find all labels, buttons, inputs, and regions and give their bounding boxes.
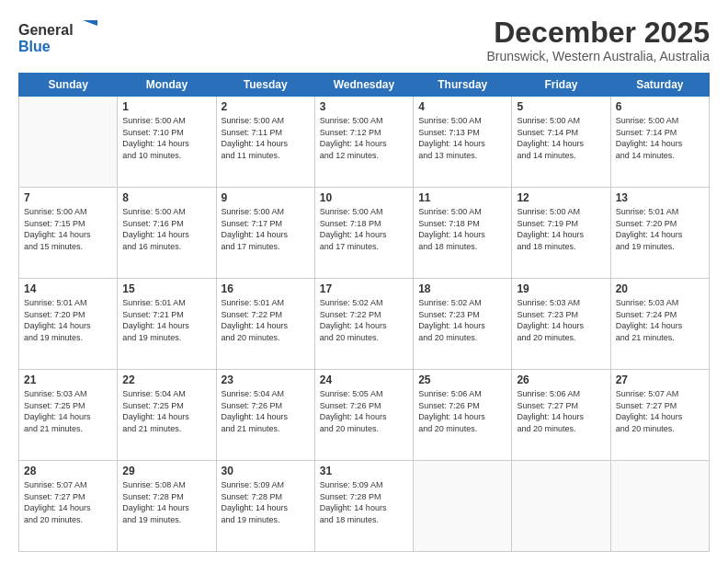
table-row: 31Sunrise: 5:09 AM Sunset: 7:28 PM Dayli…	[314, 461, 413, 552]
day-info: Sunrise: 5:06 AM Sunset: 7:26 PM Dayligh…	[418, 388, 506, 434]
table-row: 30Sunrise: 5:09 AM Sunset: 7:28 PM Dayli…	[216, 461, 314, 552]
table-row	[414, 461, 512, 552]
day-number: 6	[616, 100, 704, 113]
table-row: 26Sunrise: 5:06 AM Sunset: 7:27 PM Dayli…	[512, 370, 610, 461]
day-number: 23	[222, 373, 310, 386]
table-row: 11Sunrise: 5:00 AM Sunset: 7:18 PM Dayli…	[414, 188, 512, 279]
table-row: 28Sunrise: 5:07 AM Sunset: 7:27 PM Dayli…	[19, 461, 118, 552]
day-info: Sunrise: 5:00 AM Sunset: 7:13 PM Dayligh…	[418, 115, 506, 161]
day-info: Sunrise: 5:00 AM Sunset: 7:17 PM Dayligh…	[222, 206, 310, 252]
day-number: 21	[24, 373, 112, 386]
day-info: Sunrise: 5:02 AM Sunset: 7:23 PM Dayligh…	[418, 297, 506, 343]
col-sunday: Sunday	[19, 74, 118, 97]
col-tuesday: Tuesday	[216, 74, 314, 97]
day-info: Sunrise: 5:01 AM Sunset: 7:22 PM Dayligh…	[222, 297, 310, 343]
day-number: 30	[222, 465, 310, 477]
table-row	[19, 97, 118, 188]
col-saturday: Saturday	[610, 74, 709, 97]
day-number: 14	[24, 282, 112, 295]
day-number: 4	[418, 100, 506, 113]
table-row: 20Sunrise: 5:03 AM Sunset: 7:24 PM Dayli…	[610, 279, 709, 370]
day-info: Sunrise: 5:00 AM Sunset: 7:14 PM Dayligh…	[616, 115, 704, 161]
day-number: 8	[122, 191, 210, 204]
day-number: 17	[320, 282, 408, 295]
day-info: Sunrise: 5:05 AM Sunset: 7:26 PM Dayligh…	[320, 388, 408, 434]
table-row: 19Sunrise: 5:03 AM Sunset: 7:23 PM Dayli…	[512, 279, 610, 370]
logo: General Blue	[18, 17, 101, 61]
day-number: 16	[222, 282, 310, 295]
table-row	[610, 461, 709, 552]
table-row: 1Sunrise: 5:00 AM Sunset: 7:10 PM Daylig…	[118, 97, 216, 188]
header: General Blue December 2025 Brunswick, We…	[18, 17, 710, 63]
table-row: 13Sunrise: 5:01 AM Sunset: 7:20 PM Dayli…	[610, 188, 709, 279]
day-number: 20	[616, 282, 704, 295]
table-row: 22Sunrise: 5:04 AM Sunset: 7:25 PM Dayli…	[118, 370, 216, 461]
table-row: 24Sunrise: 5:05 AM Sunset: 7:26 PM Dayli…	[314, 370, 413, 461]
table-row: 7Sunrise: 5:00 AM Sunset: 7:15 PM Daylig…	[19, 188, 118, 279]
table-row: 12Sunrise: 5:00 AM Sunset: 7:19 PM Dayli…	[512, 188, 610, 279]
day-info: Sunrise: 5:08 AM Sunset: 7:28 PM Dayligh…	[122, 479, 210, 525]
day-number: 1	[122, 100, 210, 113]
day-number: 18	[418, 282, 506, 295]
day-number: 25	[418, 373, 506, 386]
day-info: Sunrise: 5:06 AM Sunset: 7:27 PM Dayligh…	[517, 388, 605, 434]
day-number: 24	[320, 373, 408, 386]
page: General Blue December 2025 Brunswick, We…	[0, 0, 728, 563]
table-row: 27Sunrise: 5:07 AM Sunset: 7:27 PM Dayli…	[610, 370, 709, 461]
table-row: 15Sunrise: 5:01 AM Sunset: 7:21 PM Dayli…	[118, 279, 216, 370]
table-row: 29Sunrise: 5:08 AM Sunset: 7:28 PM Dayli…	[118, 461, 216, 552]
calendar-week-row: 7Sunrise: 5:00 AM Sunset: 7:15 PM Daylig…	[19, 188, 710, 279]
day-info: Sunrise: 5:00 AM Sunset: 7:11 PM Dayligh…	[222, 115, 310, 161]
col-thursday: Thursday	[414, 74, 512, 97]
calendar-week-row: 28Sunrise: 5:07 AM Sunset: 7:27 PM Dayli…	[19, 461, 710, 552]
day-number: 22	[122, 373, 210, 386]
day-number: 10	[320, 191, 408, 204]
table-row: 16Sunrise: 5:01 AM Sunset: 7:22 PM Dayli…	[216, 279, 314, 370]
day-number: 13	[616, 191, 704, 204]
day-info: Sunrise: 5:04 AM Sunset: 7:25 PM Dayligh…	[122, 388, 210, 434]
location-subtitle: Brunswick, Western Australia, Australia	[486, 49, 710, 63]
svg-text:Blue: Blue	[18, 39, 51, 54]
title-block: December 2025 Brunswick, Western Austral…	[486, 17, 710, 63]
day-number: 11	[418, 191, 506, 204]
table-row: 18Sunrise: 5:02 AM Sunset: 7:23 PM Dayli…	[414, 279, 512, 370]
table-row: 2Sunrise: 5:00 AM Sunset: 7:11 PM Daylig…	[216, 97, 314, 188]
col-friday: Friday	[512, 74, 610, 97]
day-info: Sunrise: 5:00 AM Sunset: 7:12 PM Dayligh…	[320, 115, 408, 161]
day-number: 5	[517, 100, 605, 113]
calendar-week-row: 21Sunrise: 5:03 AM Sunset: 7:25 PM Dayli…	[19, 370, 710, 461]
svg-text:General: General	[18, 22, 74, 38]
day-number: 31	[320, 465, 408, 477]
calendar-week-row: 14Sunrise: 5:01 AM Sunset: 7:20 PM Dayli…	[19, 279, 710, 370]
table-row: 5Sunrise: 5:00 AM Sunset: 7:14 PM Daylig…	[512, 97, 610, 188]
table-row: 3Sunrise: 5:00 AM Sunset: 7:12 PM Daylig…	[314, 97, 413, 188]
table-row: 8Sunrise: 5:00 AM Sunset: 7:16 PM Daylig…	[118, 188, 216, 279]
calendar-week-row: 1Sunrise: 5:00 AM Sunset: 7:10 PM Daylig…	[19, 97, 710, 188]
day-info: Sunrise: 5:00 AM Sunset: 7:18 PM Dayligh…	[320, 206, 408, 252]
day-number: 19	[517, 282, 605, 295]
day-number: 26	[517, 373, 605, 386]
day-info: Sunrise: 5:01 AM Sunset: 7:20 PM Dayligh…	[616, 206, 704, 252]
table-row: 4Sunrise: 5:00 AM Sunset: 7:13 PM Daylig…	[414, 97, 512, 188]
table-row: 9Sunrise: 5:00 AM Sunset: 7:17 PM Daylig…	[216, 188, 314, 279]
day-info: Sunrise: 5:07 AM Sunset: 7:27 PM Dayligh…	[616, 388, 704, 434]
day-number: 27	[616, 373, 704, 386]
table-row: 6Sunrise: 5:00 AM Sunset: 7:14 PM Daylig…	[610, 97, 709, 188]
month-title: December 2025	[486, 17, 710, 49]
col-monday: Monday	[118, 74, 216, 97]
day-number: 2	[222, 100, 310, 113]
day-info: Sunrise: 5:01 AM Sunset: 7:20 PM Dayligh…	[24, 297, 112, 343]
day-info: Sunrise: 5:00 AM Sunset: 7:19 PM Dayligh…	[517, 206, 605, 252]
day-info: Sunrise: 5:01 AM Sunset: 7:21 PM Dayligh…	[122, 297, 210, 343]
svg-marker-1	[83, 20, 97, 26]
table-row: 25Sunrise: 5:06 AM Sunset: 7:26 PM Dayli…	[414, 370, 512, 461]
table-row	[512, 461, 610, 552]
day-info: Sunrise: 5:00 AM Sunset: 7:15 PM Dayligh…	[24, 206, 112, 252]
day-info: Sunrise: 5:03 AM Sunset: 7:23 PM Dayligh…	[517, 297, 605, 343]
day-info: Sunrise: 5:00 AM Sunset: 7:10 PM Dayligh…	[122, 115, 210, 161]
day-info: Sunrise: 5:03 AM Sunset: 7:25 PM Dayligh…	[24, 388, 112, 434]
day-number: 15	[122, 282, 210, 295]
day-info: Sunrise: 5:03 AM Sunset: 7:24 PM Dayligh…	[616, 297, 704, 343]
table-row: 23Sunrise: 5:04 AM Sunset: 7:26 PM Dayli…	[216, 370, 314, 461]
calendar-table: Sunday Monday Tuesday Wednesday Thursday…	[18, 73, 710, 552]
